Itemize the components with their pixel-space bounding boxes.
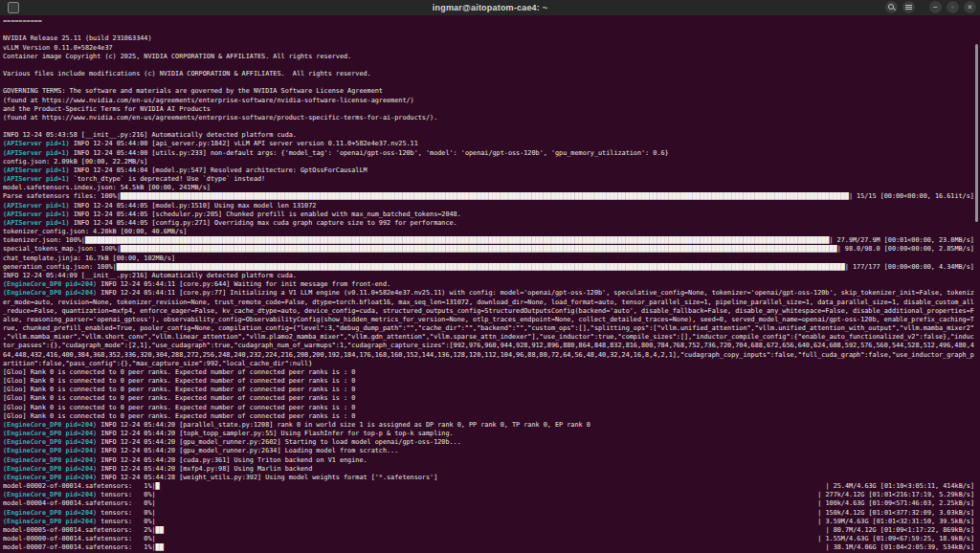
- log-text: vLLM Version 0.11.0+582e4e37: [3, 44, 113, 53]
- maximize-glyph: ◦: [947, 1, 959, 13]
- log-text: INFO 12-24 05:44:20 [mxfp4.py:98] Using …: [97, 465, 312, 474]
- menu-line: [905, 5, 912, 6]
- log-text: alse, reasoning_parser='openai_gptoss'),…: [3, 316, 974, 324]
- log-text: | 177/177 [00:00<00:00, 4.34MB/s]: [845, 263, 974, 272]
- progress-bar: ██: [156, 526, 164, 535]
- log-text: Container image Copyright (c) 2025, NVID…: [3, 53, 351, 61]
- process-prefix: (APIServer pid=1): [3, 202, 70, 210]
- terminal-line: [Gloo] Rank 0 is connected to 0 peer ran…: [3, 368, 974, 377]
- close-glyph: ×: [964, 1, 976, 13]
- terminal-line: (found at https://www.nvidia.com/en-us/a…: [3, 114, 974, 122]
- terminal-line: model-00007-of-00014.safetensors: 1%|██|…: [3, 543, 974, 552]
- log-text: [164, 526, 826, 535]
- process-prefix: (EngineCore_DP0 pid=204): [3, 421, 97, 430]
- progress-bar: ████████████████████████████████████████…: [85, 236, 830, 245]
- terminal-line: (APIServer pid=1) `torch_dtype` is depre…: [3, 175, 974, 184]
- log-text: | 80.7M/4.12G [01:09<1:17:22, 869kB/s]: [826, 526, 975, 535]
- process-prefix: (APIServer pid=1): [3, 166, 70, 175]
- process-prefix: (APIServer pid=1): [3, 140, 70, 148]
- log-text: model-00005-of-00014.safetensors: 2%|: [3, 526, 156, 535]
- terminal-line: chat_template.jinja: 16.7kB [00:00, 102M…: [3, 254, 974, 263]
- log-text: | 100k/4.63G [01:09<571:46:03, 2.25kB/s]: [817, 499, 974, 508]
- process-prefix: (APIServer pid=1): [3, 175, 70, 184]
- log-text: model-00004-of-00014.safetensors: 0%|: [3, 499, 156, 508]
- log-text: [Gloo] Rank 0 is connected to 0 peer ran…: [3, 404, 355, 412]
- log-text: [160, 482, 826, 491]
- terminal-line: (EngineCore_DP0 pid=204) tensors: 0%|| 3…: [3, 518, 974, 526]
- terminal-line: (APIServer pid=1) INFO 12-24 05:44:00 [a…: [3, 140, 974, 148]
- terminal-line: tokenizer_config.json: 4.20kB [00:00, 40…: [3, 228, 974, 236]
- search-icon[interactable]: [885, 1, 898, 13]
- process-prefix: (EngineCore_DP0 pid=204): [3, 438, 97, 447]
- minimize-button[interactable]: −: [929, 1, 942, 13]
- window-title: ingmar@aitopatom-cae4: ~: [0, 3, 980, 12]
- log-text: | 150k/4.12G [01:01<377:32:09, 3.03kB/s]: [817, 509, 974, 518]
- terminal-line: (APIServer pid=1) INFO 12-24 05:44:05 [c…: [3, 219, 974, 228]
- terminal-line: (EngineCore_DP0 pid=204) INFO 12-24 05:4…: [3, 474, 974, 482]
- terminal-line: [3, 78, 974, 87]
- log-text: [156, 535, 818, 543]
- progress-bar: ████████████████████████████████████████…: [121, 245, 837, 254]
- log-text: INFO 12-24 05:44:28 [weight_utils.py:392…: [97, 474, 437, 482]
- terminal-line: (EngineCore_DP0 pid=204) INFO 12-24 05:4…: [3, 421, 974, 430]
- terminal-line: artition":false,"pass_config":{},"max_ca…: [3, 360, 974, 368]
- log-text: | 25.4M/4.63G [01:10<3:05:11, 414kB/s]: [826, 482, 975, 491]
- log-text: model-00000-of-00014.safetensors: 0%|: [3, 535, 156, 543]
- close-button[interactable]: ×: [964, 1, 976, 13]
- terminal-line: ,"vllm.mamba_mixer","vllm.short_conv","v…: [3, 333, 974, 342]
- terminal-line: model-00005-of-00014.safetensors: 2%|██|…: [3, 526, 974, 535]
- window-controls: − ◦ ×: [885, 1, 976, 13]
- log-text: | 277k/4.12G [01:01<216:17:19, 5.29kB/s]: [817, 491, 974, 499]
- log-text: INFO 12-24 05:43:58 [__init__.py:216] Au…: [3, 131, 297, 140]
- terminal-line: vLLM Version 0.11.0+582e4e37: [3, 44, 974, 53]
- terminal-line: generation_config.json: 100%|███████████…: [3, 263, 974, 272]
- log-text: tor_passes":{},"cudagraph_mode":[2,1],"u…: [3, 342, 974, 350]
- terminal-line: Container image Copyright (c) 2025, NVID…: [3, 53, 974, 61]
- process-prefix: (APIServer pid=1): [3, 149, 70, 158]
- log-text: tensors: 0%|: [97, 509, 155, 518]
- terminal-line: [Gloo] Rank 0 is connected to 0 peer ran…: [3, 386, 974, 394]
- log-text: [Gloo] Rank 0 is connected to 0 peer ran…: [3, 386, 355, 394]
- log-text: [156, 499, 818, 508]
- log-text: | 15/15 [00:00<00:00, 16.61it/s]: [849, 192, 974, 201]
- log-text: chat_template.jinja: 16.7kB [00:00, 102M…: [3, 254, 175, 263]
- log-text: INFO 12-24 05:44:09 [__init__.py:216] Au…: [3, 272, 297, 280]
- process-prefix: (EngineCore_DP0 pid=204): [3, 430, 97, 438]
- terminal-line: [Gloo] Rank 0 is connected to 0 peer ran…: [3, 404, 974, 412]
- log-text: tokenizer.json: 100%|: [3, 236, 85, 245]
- process-prefix: (EngineCore_DP0 pid=204): [3, 280, 97, 289]
- log-text: model.safetensors.index.json: 54.5kB [00…: [3, 184, 211, 192]
- magnifier-handle: [893, 8, 896, 11]
- menu-line: [905, 9, 912, 10]
- terminal-line: NVIDIA Release 25.11 (build 231063344): [3, 34, 974, 43]
- menu-icon[interactable]: [902, 1, 915, 13]
- log-text: rue, chunked_prefill_enabled=True, poole…: [3, 324, 974, 333]
- log-text: INFO 12-24 05:44:05 [scheduler.py:205] C…: [70, 210, 461, 219]
- log-text: | 38.1M/4.06G [01:04<2:05:39, 534kB/s]: [826, 543, 975, 552]
- log-text: config.json: 2.09kB [00:00, 22.2MB/s]: [3, 158, 147, 166]
- terminal-line: config.json: 2.09kB [00:00, 22.2MB/s]: [3, 158, 974, 166]
- process-prefix: (APIServer pid=1): [3, 210, 70, 219]
- terminal-line: INFO 12-24 05:43:58 [__init__.py:216] Au…: [3, 131, 974, 140]
- maximize-button[interactable]: ◦: [947, 1, 959, 13]
- terminal-line: (EngineCore_DP0 pid=204) tensors: 0%|| 1…: [3, 509, 974, 518]
- log-text: ,"vllm.mamba_mixer","vllm.short_conv","v…: [3, 333, 974, 342]
- terminal-line: [Gloo] Rank 0 is connected to 0 peer ran…: [3, 377, 974, 386]
- scrollbar-thumb[interactable]: [975, 44, 978, 222]
- log-text: [156, 491, 818, 499]
- progress-bar: ████████████████████████████████████████…: [117, 263, 845, 272]
- log-text: INFO 12-24 05:44:20 [parallel_state.py:1…: [97, 421, 590, 430]
- terminal-line: model-00000-of-00014.safetensors: 0%|| 1…: [3, 535, 974, 543]
- log-text: special_tokens_map.json: 100%|: [3, 245, 121, 254]
- log-text: INFO 12-24 05:44:20 [cuda.py:361] Using …: [97, 456, 367, 465]
- process-prefix: (EngineCore_DP0 pid=204): [3, 518, 97, 526]
- terminal-line: [Gloo] Rank 0 is connected to 0 peer ran…: [3, 394, 974, 403]
- terminal-line: (EngineCore_DP0 pid=204) tensors: 0%|| 2…: [3, 491, 974, 499]
- terminal-line: [3, 61, 974, 70]
- log-text: Parse safetensors files: 100%|: [3, 192, 121, 201]
- log-text: INFO 12-24 05:44:05 [model.py:1510] Usin…: [70, 202, 317, 210]
- terminal-line: _reduce=False, quantization=mxfp4, enfor…: [3, 307, 974, 316]
- terminal-line: INFO 12-24 05:44:09 [__init__.py:216] Au…: [3, 272, 974, 280]
- terminal-output[interactable]: ==========NVIDIA Release 25.11 (build 23…: [0, 15, 980, 553]
- log-text: (found at https://www.nvidia.com/en-us/a…: [3, 114, 437, 122]
